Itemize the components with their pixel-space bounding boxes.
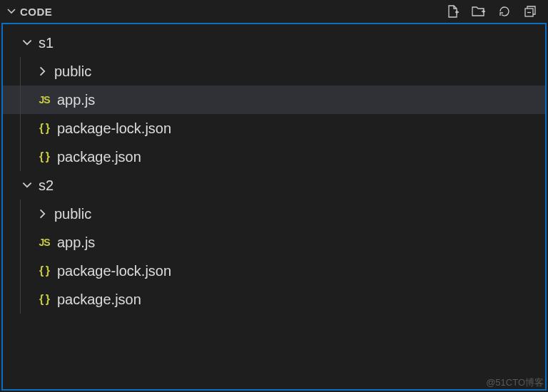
json-icon: { } [34,264,54,277]
file-label: package-lock.json [54,120,171,137]
folder-s1-public[interactable]: public [3,57,545,86]
folder-s1[interactable]: s1 [3,29,545,57]
explorer-title: CODE [20,6,445,18]
new-folder-icon[interactable] [471,4,487,19]
file-s2-app-js[interactable]: JS app.js [3,228,545,257]
file-label: app.js [54,92,95,108]
chevron-down-icon [19,179,36,192]
json-icon: { } [34,122,54,135]
folder-label: s2 [36,177,54,194]
folder-label: s1 [36,35,54,51]
file-s2-package[interactable]: { } package.json [3,285,545,314]
chevron-right-icon [34,207,51,220]
folder-s2[interactable]: s2 [3,171,545,200]
collapse-all-icon[interactable] [522,4,538,19]
file-label: app.js [54,234,95,251]
chevron-right-icon [34,65,51,78]
new-file-icon[interactable] [445,4,461,19]
chevron-down-icon [19,36,36,49]
file-label: package-lock.json [54,263,171,279]
watermark: @51CTO博客 [486,376,544,389]
folder-label: public [51,206,91,222]
js-icon: JS [34,94,54,105]
file-tree: s1 public JS app.js { } package-lock.jso… [1,23,547,391]
explorer-header: CODE [0,0,548,23]
explorer-actions [445,4,542,19]
chevron-down-icon[interactable] [3,6,20,17]
file-s1-app-js[interactable]: JS app.js [3,86,545,114]
folder-label: public [51,63,91,80]
file-s1-package[interactable]: { } package.json [3,143,545,171]
file-label: package.json [54,149,141,165]
json-icon: { } [34,150,54,163]
file-s2-package-lock[interactable]: { } package-lock.json [3,257,545,285]
js-icon: JS [34,237,54,248]
file-s1-package-lock[interactable]: { } package-lock.json [3,114,545,143]
folder-s2-public[interactable]: public [3,200,545,228]
json-icon: { } [34,293,54,306]
file-label: package.json [54,292,141,308]
refresh-icon[interactable] [497,4,512,19]
